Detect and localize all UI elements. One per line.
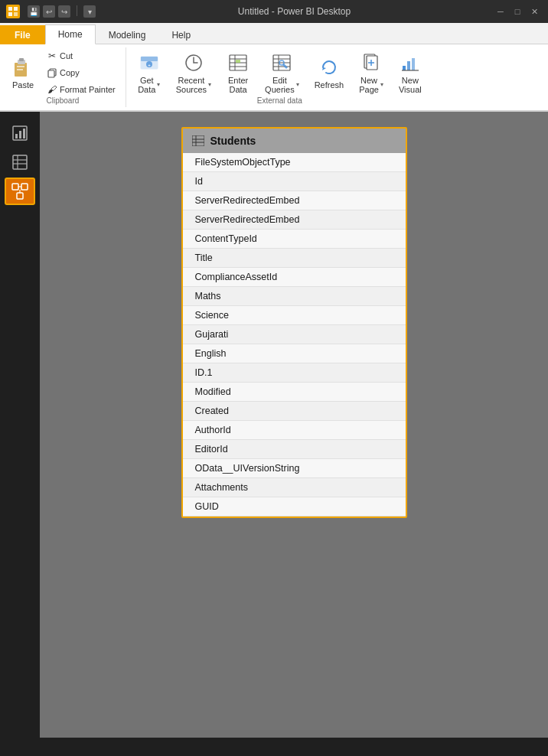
toolbar-separator: [77, 5, 77, 16]
svg-rect-49: [192, 135, 204, 146]
svg-text:+: +: [148, 63, 151, 67]
status-bar: [0, 738, 548, 756]
refresh-label: Refresh: [315, 80, 344, 90]
svg-rect-3: [14, 12, 18, 16]
new-visual-icon: [400, 52, 421, 73]
table-field-item[interactable]: FileSystemObjectType: [183, 153, 406, 172]
main-area: Students FileSystemObjectTypeIdServerRed…: [0, 112, 548, 738]
enter-data-label: EnterData: [228, 76, 248, 94]
edit-queries-button[interactable]: EditQueries ▾: [259, 49, 305, 96]
svg-rect-12: [141, 57, 158, 61]
table-field-item[interactable]: English: [183, 344, 406, 363]
svg-rect-1: [14, 7, 18, 11]
get-data-button[interactable]: + GetData ▾: [132, 49, 166, 96]
external-data-group-label: External data: [257, 96, 302, 106]
new-visual-button[interactable]: NewVisual: [393, 49, 427, 96]
external-data-group: + GetData ▾ RecentSources ▾: [126, 47, 433, 107]
enter-data-button[interactable]: EnterData: [221, 49, 255, 96]
svg-rect-34: [412, 58, 415, 70]
table-header-icon: [192, 135, 204, 146]
table-field-item[interactable]: ServerRedirectedEmbed: [183, 210, 406, 230]
svg-rect-7: [17, 66, 24, 67]
svg-rect-40: [13, 155, 27, 169]
canvas-area: Students FileSystemObjectTypeIdServerRed…: [40, 112, 548, 738]
table-field-item[interactable]: Id: [183, 172, 406, 191]
table-field-item[interactable]: Modified: [183, 383, 406, 402]
svg-rect-21: [236, 60, 240, 63]
svg-rect-6: [19, 58, 24, 61]
table-field-item[interactable]: Title: [183, 249, 406, 268]
cut-icon: ✂: [47, 51, 57, 61]
table-field-item[interactable]: ServerRedirectedEmbed: [183, 191, 406, 210]
paste-button[interactable]: Paste: [6, 49, 40, 96]
sidebar-item-model[interactable]: [5, 178, 35, 205]
tab-file[interactable]: File: [0, 25, 45, 44]
table-title: Students: [210, 135, 256, 147]
new-page-arrow: ▾: [380, 81, 383, 88]
table-field-item[interactable]: ID.1: [183, 363, 406, 383]
table-field-item[interactable]: ComplianceAssetId: [183, 268, 406, 287]
get-data-arrow: ▾: [157, 81, 160, 88]
recent-sources-label-row: RecentSources ▾: [176, 76, 211, 94]
new-visual-label: NewVisual: [399, 76, 422, 94]
table-field-item[interactable]: Created: [183, 402, 406, 421]
clipboard-buttons: Paste ✂ Cut Copy 🖌: [6, 49, 119, 96]
title-bar: 💾 ↩ ↪ ▾ Untitled - Power BI Desktop ─ □ …: [0, 0, 548, 23]
save-button[interactable]: 💾: [28, 5, 40, 18]
external-data-buttons: + GetData ▾ RecentSources ▾: [132, 49, 427, 96]
enter-data-icon: [227, 52, 249, 73]
minimize-button[interactable]: ─: [493, 5, 508, 18]
undo-button[interactable]: ↩: [43, 5, 55, 18]
table-field-item[interactable]: Maths: [183, 287, 406, 306]
format-painter-icon: 🖌: [47, 84, 57, 95]
table-field-item[interactable]: ContentTypeId: [183, 230, 406, 249]
svg-rect-0: [8, 7, 12, 11]
svg-rect-46: [17, 193, 23, 199]
cut-button[interactable]: ✂ Cut: [43, 48, 119, 64]
svg-rect-39: [23, 129, 25, 138]
customize-button[interactable]: ▾: [83, 5, 96, 18]
recent-sources-button[interactable]: RecentSources ▾: [171, 49, 217, 96]
new-page-button[interactable]: NewPage ▾: [354, 49, 389, 96]
window-controls: ─ □ ✕: [493, 5, 542, 18]
svg-rect-8: [17, 69, 23, 70]
get-data-icon: +: [139, 52, 160, 73]
table-field-item[interactable]: EditorId: [183, 440, 406, 459]
app-icon: [6, 5, 20, 18]
tab-home[interactable]: Home: [45, 24, 96, 44]
clipboard-group: Paste ✂ Cut Copy 🖌: [0, 47, 126, 107]
table-field-item[interactable]: Gujarati: [183, 325, 406, 344]
tab-help[interactable]: Help: [158, 25, 204, 44]
table-field-item[interactable]: AuthorId: [183, 421, 406, 440]
sidebar-item-data[interactable]: [5, 148, 35, 176]
clipboard-group-label: Clipboard: [46, 96, 79, 106]
format-painter-label: Format Painter: [60, 85, 116, 94]
sidebar-item-report[interactable]: [5, 119, 35, 147]
copy-icon: [47, 67, 57, 78]
recent-sources-arrow: ▾: [208, 81, 211, 88]
new-page-label-row: NewPage ▾: [359, 76, 383, 94]
copy-button[interactable]: Copy: [43, 65, 119, 80]
svg-rect-37: [15, 134, 18, 138]
table-field-item[interactable]: GUID: [183, 497, 406, 516]
table-field-item[interactable]: Attachments: [183, 478, 406, 497]
left-sidebar: [0, 112, 40, 738]
paste-icon: [12, 57, 34, 78]
table-widget[interactable]: Students FileSystemObjectTypeIdServerRed…: [181, 127, 407, 518]
recent-sources-icon: [183, 52, 204, 73]
refresh-button[interactable]: Refresh: [309, 49, 350, 96]
maximize-button[interactable]: □: [510, 5, 525, 18]
edit-queries-label-row: EditQueries ▾: [265, 76, 299, 94]
close-button[interactable]: ✕: [527, 5, 542, 18]
window-title: Untitled - Power BI Desktop: [100, 6, 488, 17]
ribbon: Paste ✂ Cut Copy 🖌: [0, 44, 548, 112]
tab-modeling[interactable]: Modeling: [96, 25, 159, 44]
redo-button[interactable]: ↪: [58, 5, 70, 18]
edit-queries-label: EditQueries: [265, 76, 295, 94]
table-field-item[interactable]: Science: [183, 306, 406, 325]
table-field-item[interactable]: OData__UIVersionString: [183, 459, 406, 478]
get-data-label-row: GetData ▾: [138, 76, 160, 94]
svg-rect-38: [19, 131, 21, 138]
format-painter-button[interactable]: 🖌 Format Painter: [43, 82, 119, 97]
paste-label: Paste: [12, 80, 34, 90]
